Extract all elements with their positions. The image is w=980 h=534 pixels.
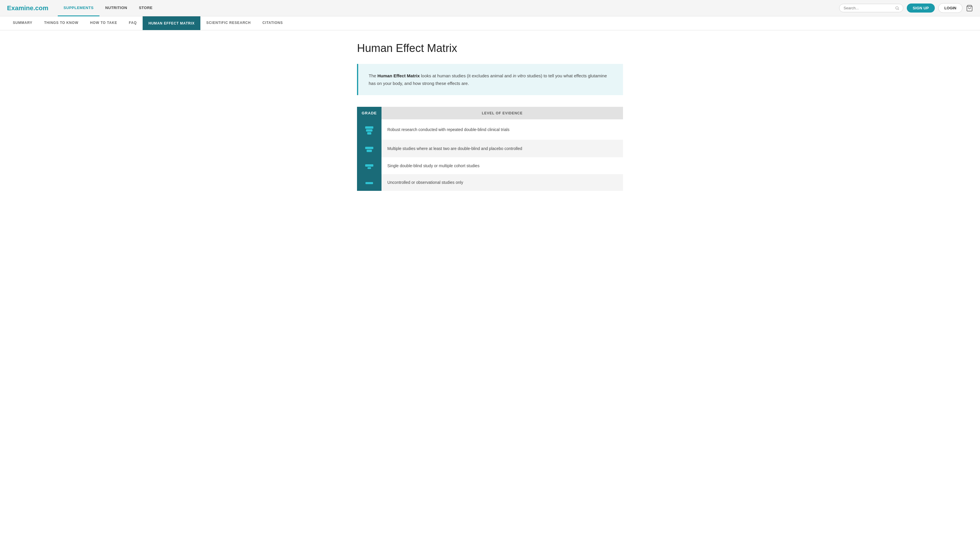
top-navigation: Examine.com SUPPLEMENTS NUTRITION STORE …	[0, 0, 980, 16]
table-row: Robust research conducted with repeated …	[357, 120, 623, 140]
nav-item-store[interactable]: STORE	[133, 0, 158, 16]
grade-cell-a	[357, 120, 382, 140]
subnav-faq[interactable]: FAQ	[123, 16, 143, 30]
grade-b-icon	[365, 147, 373, 152]
table-row: Multiple studies where at least two are …	[357, 140, 623, 157]
subnav-citations[interactable]: CITATIONS	[257, 16, 289, 30]
info-box: The Human Effect Matrix looks at human s…	[357, 64, 623, 95]
table-row: Uncontrolled or observational studies on…	[357, 174, 623, 191]
grade-cell-c	[357, 157, 382, 174]
subnav-things-to-know[interactable]: THINGS TO KNOW	[38, 16, 84, 30]
login-button[interactable]: LOGIN	[938, 3, 963, 13]
level-cell-d: Uncontrolled or observational studies on…	[382, 174, 623, 191]
evidence-table: GRADE LEVEL OF EVIDENCE Robust research …	[357, 107, 623, 191]
sub-navigation: SUMMARY THINGS TO KNOW HOW TO TAKE FAQ H…	[0, 16, 980, 30]
search-input[interactable]	[843, 6, 893, 10]
level-cell-b: Multiple studies where at least two are …	[382, 140, 623, 157]
info-box-text: The Human Effect Matrix looks at human s…	[369, 72, 612, 87]
grade-d-icon	[366, 182, 373, 184]
nav-right: SIGN UP LOGIN	[839, 3, 973, 13]
grade-column-header: GRADE	[357, 107, 382, 120]
page-title: Human Effect Matrix	[357, 42, 623, 54]
search-icon	[896, 6, 899, 10]
subnav-how-to-take[interactable]: HOW TO TAKE	[84, 16, 123, 30]
table-row: Single double-blind study or multiple co…	[357, 157, 623, 174]
subnav-human-effect-matrix[interactable]: HUMAN EFFECT MATRIX	[143, 16, 200, 30]
logo-text: Examine.com	[7, 5, 48, 12]
svg-line-1	[898, 9, 899, 10]
nav-item-supplements[interactable]: SUPPLEMENTS	[58, 0, 99, 16]
nav-item-nutrition[interactable]: NUTRITION	[99, 0, 133, 16]
search-box[interactable]	[839, 4, 903, 12]
grade-cell-d	[357, 174, 382, 191]
level-cell-c: Single double-blind study or multiple co…	[382, 157, 623, 174]
level-column-header: LEVEL OF EVIDENCE	[382, 107, 623, 120]
grade-cell-b	[357, 140, 382, 157]
main-content: Human Effect Matrix The Human Effect Mat…	[350, 30, 630, 208]
level-cell-a: Robust research conducted with repeated …	[382, 120, 623, 140]
subnav-scientific-research[interactable]: SCIENTIFIC RESEARCH	[200, 16, 257, 30]
main-nav: SUPPLEMENTS NUTRITION STORE	[58, 0, 839, 16]
signup-button[interactable]: SIGN UP	[907, 3, 935, 13]
grade-a-icon	[365, 126, 373, 134]
grade-c-icon	[365, 164, 373, 169]
site-logo[interactable]: Examine.com	[7, 5, 48, 12]
subnav-summary[interactable]: SUMMARY	[7, 16, 38, 30]
cart-icon[interactable]	[966, 5, 973, 12]
